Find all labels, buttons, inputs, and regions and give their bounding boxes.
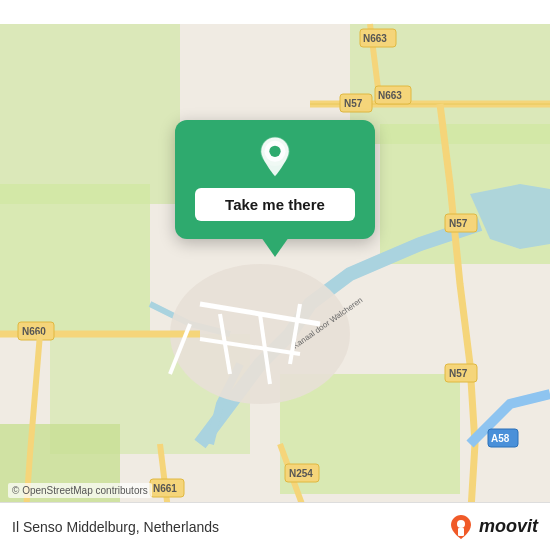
- map-attribution: © OpenStreetMap contributors: [8, 483, 152, 498]
- svg-rect-32: [458, 528, 464, 536]
- svg-text:N663: N663: [363, 33, 387, 44]
- location-pin-icon: [254, 136, 296, 178]
- svg-text:N254: N254: [289, 468, 313, 479]
- moovit-text: moovit: [479, 516, 538, 537]
- bottom-bar: Il Senso Middelburg, Netherlands moovit: [0, 502, 550, 550]
- map-background: N57 N57 N57 N663 N663 N660 N661 N254 A58: [0, 0, 550, 550]
- svg-text:N663: N663: [378, 90, 402, 101]
- map-container: N57 N57 N57 N663 N663 N660 N661 N254 A58: [0, 0, 550, 550]
- moovit-logo: moovit: [447, 513, 538, 541]
- moovit-logo-icon: [447, 513, 475, 541]
- svg-text:N661: N661: [153, 483, 177, 494]
- svg-text:A58: A58: [491, 433, 510, 444]
- svg-point-31: [457, 520, 465, 528]
- svg-text:N57: N57: [344, 98, 363, 109]
- svg-point-30: [269, 146, 280, 157]
- svg-rect-1: [0, 24, 180, 204]
- svg-rect-2: [0, 184, 150, 334]
- take-me-there-button[interactable]: Take me there: [195, 188, 355, 221]
- popup-card: Take me there: [175, 120, 375, 239]
- svg-text:N57: N57: [449, 218, 468, 229]
- svg-text:N57: N57: [449, 368, 468, 379]
- location-label: Il Senso Middelburg, Netherlands: [12, 519, 219, 535]
